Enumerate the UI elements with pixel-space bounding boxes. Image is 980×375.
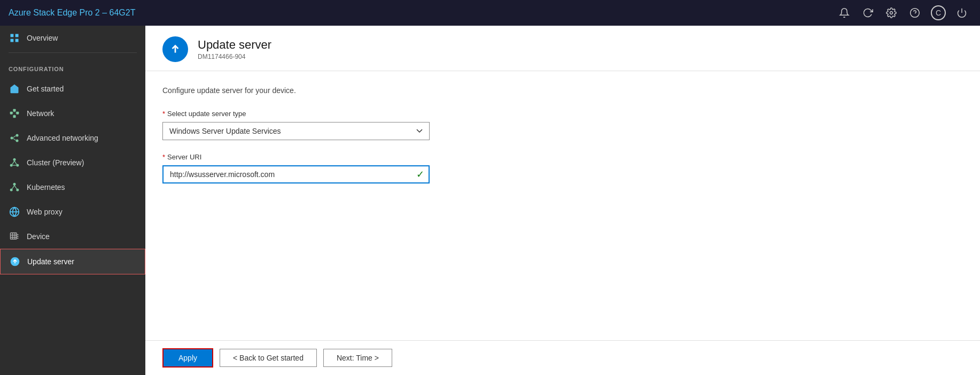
sidebar-item-cluster[interactable]: Cluster (Preview) (0, 150, 145, 175)
page-description: Configure update server for your device. (162, 86, 963, 95)
power-icon[interactable] (952, 3, 971, 22)
server-uri-label: * Server URI (162, 153, 963, 161)
svg-rect-34 (11, 233, 17, 239)
network-icon (9, 108, 20, 119)
sidebar-item-kubernetes-label: Kubernetes (27, 183, 65, 192)
svg-rect-7 (15, 39, 19, 42)
svg-rect-9 (16, 112, 19, 114)
svg-point-21 (13, 158, 16, 161)
sidebar-item-cluster-label: Cluster (Preview) (27, 158, 84, 167)
sidebar-item-device-label: Device (27, 232, 50, 241)
svg-line-30 (12, 186, 14, 189)
page-body: Configure update server for your device.… (145, 71, 980, 340)
page-header-icon (162, 36, 188, 62)
svg-rect-6 (11, 39, 14, 42)
topbar-icons: C (835, 3, 971, 22)
sidebar-item-update-server[interactable]: Update server (0, 249, 145, 274)
svg-rect-4 (11, 34, 14, 37)
refresh-icon[interactable] (858, 3, 877, 22)
server-uri-input[interactable] (162, 165, 430, 183)
svg-rect-11 (13, 115, 16, 118)
overview-icon (9, 32, 20, 44)
svg-point-0 (890, 12, 893, 14)
required-star-type: * (162, 110, 165, 118)
input-valid-checkmark: ✓ (416, 169, 424, 180)
svg-point-27 (13, 183, 16, 186)
sidebar-item-update-server-label: Update server (27, 257, 74, 266)
topbar: Azure Stack Edge Pro 2 – 64G2T C (0, 0, 980, 26)
svg-point-17 (16, 134, 19, 137)
server-type-select[interactable]: Windows Server Update Services Microsoft… (162, 122, 430, 140)
svg-line-24 (12, 161, 14, 165)
svg-rect-10 (13, 109, 16, 112)
back-button[interactable]: < Back to Get started (220, 349, 317, 367)
sidebar-section-configuration: CONFIGURATION (0, 57, 145, 76)
page-header: Update server DM1174466-904 (145, 26, 980, 71)
next-button[interactable]: Next: Time > (323, 349, 392, 367)
sidebar-item-advanced-networking[interactable]: Advanced networking (0, 126, 145, 150)
apply-button[interactable]: Apply (162, 348, 213, 368)
help-icon[interactable] (905, 3, 924, 22)
page-footer: Apply < Back to Get started Next: Time > (145, 340, 980, 375)
sidebar-item-get-started[interactable]: Get started (0, 76, 145, 101)
server-uri-input-wrapper: ✓ (162, 165, 430, 183)
device-icon (9, 231, 20, 242)
page-subtitle: DM1174466-904 (198, 53, 271, 60)
sidebar-item-get-started-label: Get started (27, 85, 64, 93)
content-area: Update server DM1174466-904 Configure up… (145, 26, 980, 375)
svg-point-18 (16, 140, 19, 142)
get-started-icon (9, 83, 20, 95)
server-uri-field: * Server URI ✓ (162, 153, 963, 183)
svg-point-1 (911, 9, 920, 18)
sidebar-item-overview[interactable]: Overview (0, 26, 145, 50)
svg-line-31 (14, 186, 17, 189)
server-type-label-text: Select update server type (167, 110, 246, 118)
app-title: Azure Stack Edge Pro 2 – 64G2T (9, 8, 835, 18)
server-uri-label-text: Server URI (167, 153, 201, 161)
copyright-icon[interactable]: C (929, 3, 948, 22)
sidebar-item-advanced-networking-label: Advanced networking (27, 134, 98, 142)
svg-rect-8 (10, 112, 13, 114)
svg-point-16 (11, 137, 13, 140)
sidebar-item-network-label: Network (27, 109, 54, 118)
svg-line-20 (13, 139, 16, 140)
server-type-label: * Select update server type (162, 110, 963, 118)
page-header-text: Update server DM1174466-904 (198, 38, 271, 60)
required-star-uri: * (162, 153, 165, 161)
svg-line-25 (14, 161, 17, 165)
kubernetes-icon (9, 181, 20, 193)
cluster-icon (9, 157, 20, 169)
svg-line-19 (13, 136, 16, 137)
page-title: Update server (198, 38, 271, 52)
sidebar: Overview CONFIGURATION Get started Netwo… (0, 26, 145, 375)
sidebar-item-web-proxy-label: Web proxy (27, 208, 63, 216)
settings-icon[interactable] (882, 3, 901, 22)
svg-rect-5 (15, 34, 19, 37)
sidebar-item-network[interactable]: Network (0, 101, 145, 126)
server-type-field: * Select update server type Windows Serv… (162, 110, 963, 140)
bell-icon[interactable] (835, 3, 854, 22)
main-layout: Overview CONFIGURATION Get started Netwo… (0, 26, 980, 375)
sidebar-item-web-proxy[interactable]: Web proxy (0, 200, 145, 224)
web-proxy-icon (9, 206, 20, 218)
update-server-icon (9, 256, 21, 267)
sidebar-item-overview-label: Overview (27, 34, 58, 42)
sidebar-item-device[interactable]: Device (0, 224, 145, 249)
sidebar-divider (9, 52, 137, 53)
sidebar-item-kubernetes[interactable]: Kubernetes (0, 175, 145, 200)
advanced-networking-icon (9, 132, 20, 144)
